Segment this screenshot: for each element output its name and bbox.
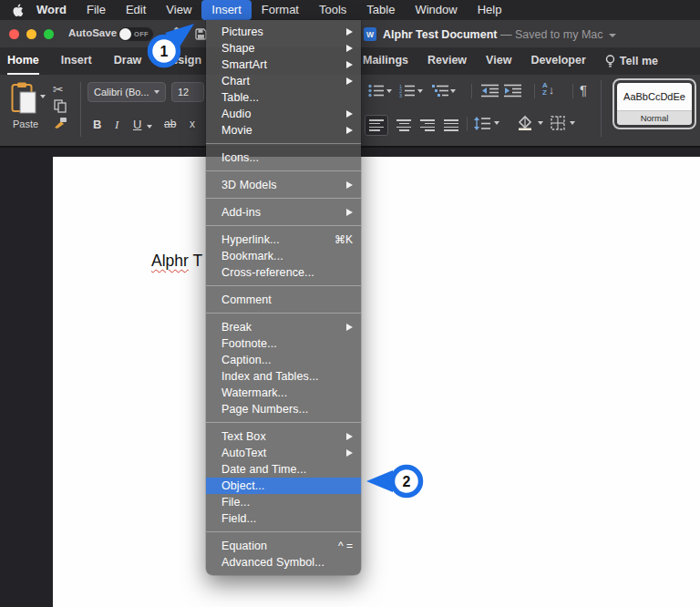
menu-item-watermark[interactable]: Watermark... <box>206 385 361 401</box>
minimize-window-button[interactable] <box>26 29 36 39</box>
menu-item-footnote[interactable]: Footnote... <box>206 335 361 352</box>
menu-item-autotext[interactable]: AutoText <box>206 445 361 461</box>
shading-chevron-icon[interactable] <box>538 121 543 125</box>
menubar-item-window[interactable]: Window <box>405 0 467 20</box>
menu-item-chart[interactable]: Chart <box>206 73 361 89</box>
menu-item-text-box[interactable]: Text Box <box>206 428 361 445</box>
increase-indent-button[interactable] <box>504 84 521 101</box>
justify-button[interactable] <box>440 116 462 135</box>
tab-home[interactable]: Home <box>7 47 39 75</box>
bullet-list-chevron-icon[interactable] <box>386 89 392 93</box>
menu-item-file[interactable]: File... <box>206 494 361 510</box>
menu-item-page-numbers[interactable]: Page Numbers... <box>206 401 361 417</box>
menu-item-hyperlink[interactable]: Hyperlink...⌘K <box>206 231 361 248</box>
menubar-item-view[interactable]: View <box>156 0 201 20</box>
paste-button-label[interactable]: Paste <box>9 118 42 129</box>
numbered-list-chevron-icon[interactable] <box>417 89 423 93</box>
numbered-list-button[interactable]: 123 <box>399 84 415 101</box>
shading-button[interactable] <box>516 115 534 134</box>
submenu-arrow-icon <box>346 45 353 52</box>
menubar-item-table[interactable]: Table <box>356 0 405 20</box>
close-window-button[interactable] <box>9 29 19 39</box>
insert-menu-items: PicturesShapeSmartArtChartTable...AudioM… <box>206 24 361 571</box>
font-name-select[interactable]: Calibri (Bo... <box>88 82 166 102</box>
menubar-item-edit[interactable]: Edit <box>116 0 156 20</box>
menu-item-break[interactable]: Break <box>206 319 361 335</box>
menu-item-index-and-tables[interactable]: Index and Tables... <box>206 368 361 385</box>
menu-item-caption[interactable]: Caption... <box>206 352 361 368</box>
menu-item-cross-reference[interactable]: Cross-reference... <box>206 264 361 281</box>
align-right-button[interactable] <box>417 116 438 135</box>
line-spacing-button[interactable] <box>474 117 490 134</box>
tab-insert[interactable]: Insert <box>61 47 92 75</box>
align-center-button[interactable] <box>393 116 415 135</box>
zoom-window-button[interactable] <box>44 29 54 39</box>
multilevel-list-chevron-icon[interactable] <box>450 89 456 93</box>
submenu-arrow-icon <box>346 77 353 85</box>
menu-shortcut: ⌘K <box>335 233 353 246</box>
underline-chevron-icon[interactable] <box>147 125 152 129</box>
decrease-indent-button[interactable] <box>481 84 499 101</box>
bullet-list-button[interactable] <box>368 84 384 101</box>
menu-item-equation[interactable]: Equation^ = <box>206 538 361 554</box>
toggle-knob-icon <box>119 28 131 40</box>
menu-item-smartart[interactable]: SmartArt <box>206 57 361 73</box>
align-left-button[interactable] <box>365 115 388 136</box>
sort-button[interactable]: AZ ↓ <box>542 82 554 97</box>
menu-item-movie[interactable]: Movie <box>206 122 361 139</box>
callout-2-pointer-icon <box>366 470 393 492</box>
multilevel-list-button[interactable] <box>432 84 448 101</box>
borders-button[interactable] <box>551 116 565 134</box>
menu-item-date-and-time[interactable]: Date and Time... <box>206 461 361 478</box>
paste-icon[interactable] <box>11 82 38 118</box>
menu-item-table[interactable]: Table... <box>206 89 361 106</box>
italic-button[interactable]: I <box>115 118 118 132</box>
menubar-item-help[interactable]: Help <box>468 0 512 20</box>
menubar-item-tools[interactable]: Tools <box>309 0 356 20</box>
submenu-arrow-icon <box>346 110 353 118</box>
menu-item-advanced-symbol[interactable]: Advanced Symbol... <box>206 554 361 571</box>
tab-review[interactable]: Review <box>427 47 467 75</box>
bold-button[interactable]: B <box>93 118 101 131</box>
style-card-normal[interactable]: AaBbCcDdEe Normal <box>612 78 696 129</box>
menu-item-icons[interactable]: Icons... <box>206 149 361 166</box>
menu-item-pictures[interactable]: Pictures <box>206 24 361 40</box>
underline-button[interactable]: U <box>133 118 141 131</box>
menu-item-object[interactable]: Object... <box>206 478 361 494</box>
paragraph-mark-button[interactable]: ¶ <box>580 82 587 98</box>
menu-item-3d-models[interactable]: 3D Models <box>206 177 361 193</box>
submenu-arrow-icon <box>346 324 353 331</box>
menu-shortcut: ^ = <box>338 540 353 552</box>
tab-mailings[interactable]: Mailings <box>363 47 408 75</box>
document-page[interactable]: Alphr T <box>53 157 700 607</box>
borders-chevron-icon[interactable] <box>570 121 575 125</box>
menu-item-comment[interactable]: Comment <box>206 292 361 308</box>
tab-view[interactable]: View <box>486 47 511 75</box>
cut-icon[interactable]: ✂ <box>53 82 64 97</box>
apple-icon[interactable] <box>8 4 26 17</box>
menubar-item-word[interactable]: Word <box>26 0 77 20</box>
submenu-arrow-icon <box>346 449 353 457</box>
copy-icon[interactable] <box>54 99 67 117</box>
menu-item-audio[interactable]: Audio <box>206 106 361 122</box>
menubar-item-file[interactable]: File <box>77 0 116 20</box>
title-chevron-icon[interactable] <box>609 34 616 37</box>
tab-developer[interactable]: Developer <box>530 47 585 75</box>
subscript-button[interactable]: x <box>190 118 195 130</box>
strikethrough-button[interactable]: ab <box>164 118 176 130</box>
paste-dropdown-chevron-icon[interactable] <box>40 95 46 98</box>
menubar-item-format[interactable]: Format <box>252 0 309 20</box>
line-spacing-chevron-icon[interactable] <box>494 121 499 125</box>
format-painter-icon[interactable] <box>53 117 67 133</box>
font-size-select[interactable]: 12 <box>171 82 204 102</box>
menu-item-field[interactable]: Field... <box>206 510 361 527</box>
word-doc-icon: W <box>364 27 376 41</box>
menu-item-bookmark[interactable]: Bookmark... <box>206 248 361 264</box>
menu-separator <box>206 531 361 532</box>
tab-tell-me[interactable]: Tell me <box>605 47 658 75</box>
menu-item-add-ins[interactable]: Add-ins <box>206 204 361 221</box>
menubar-item-insert[interactable]: Insert <box>201 0 252 20</box>
menubar-items: WordFileEditViewInsertFormatToolsTableWi… <box>26 0 511 20</box>
menu-item-shape[interactable]: Shape <box>206 40 361 57</box>
tab-draw[interactable]: Draw <box>114 47 142 75</box>
